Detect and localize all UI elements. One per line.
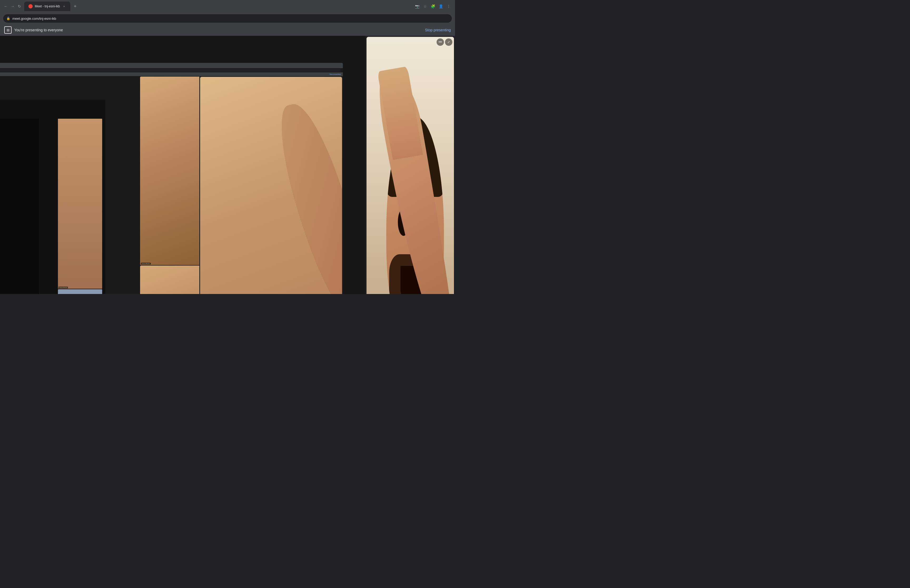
presenting-message: You're presenting to everyone [14, 28, 63, 32]
presenting-message-area: ▤ You're presenting to everyone [4, 26, 63, 34]
presenting-banner: ▤ You're presenting to everyone Stop pre… [0, 24, 455, 36]
new-tab-button[interactable]: + [71, 3, 79, 10]
deepest-preview [0, 119, 39, 294]
tab-close-button[interactable]: × [62, 4, 66, 8]
back-button[interactable]: ← [3, 4, 8, 9]
right-participants-panel: François Beaufort ••• ⤢ ••• □ ⤢ You [365, 36, 455, 294]
deeper-preview: François Beaufort [0, 100, 105, 294]
micro-tile-2 [58, 289, 102, 294]
browser-toolbar-icons: 📷 ☆ 🧩 👤 ⋮ [414, 3, 452, 10]
profile-icon[interactable]: 👤 [438, 3, 444, 10]
person-body [367, 61, 454, 294]
main-meet-content: Meet - tnj-esni-ikb × meet.google.com/tn… [0, 36, 455, 294]
francois-more-btn[interactable]: ••• [436, 39, 444, 46]
stop-presenting-button[interactable]: Stop presenting [425, 28, 451, 32]
tab-bar: Meet - tnj-esni-ikb × + [24, 2, 412, 11]
tab-favicon [28, 4, 33, 8]
bookmark-icon[interactable]: ☆ [422, 3, 428, 10]
active-tab[interactable]: Meet - tnj-esni-ikb × [24, 2, 70, 11]
menu-icon[interactable]: ⋮ [446, 3, 452, 10]
deep-screen-area: François Beaufort François B [0, 76, 220, 294]
address-bar-row: 🔒 meet.google.com/tnj-esni-ikb [0, 13, 455, 24]
tab-title: Meet - tnj-esni-ikb [35, 5, 60, 8]
francois-main-tile: François Beaufort ••• ⤢ [367, 37, 454, 294]
inner-participants-panel: François Beaufort You [199, 76, 343, 294]
reload-button[interactable]: ↻ [17, 4, 22, 9]
screen-share-area: Meet - tnj-esni-ikb × meet.google.com/tn… [0, 36, 365, 294]
inner-meet-content: François Beaufort François B [0, 76, 343, 294]
francois-expand-btn[interactable]: ⤢ [445, 39, 453, 46]
url-text: meet.google.com/tnj-esni-ikb [12, 16, 56, 21]
present-icon: ▤ [4, 26, 11, 34]
inner-browser-bar: Meet - tnj-esni-ikb × [0, 63, 343, 68]
micro-name-1: François Beaufort [58, 287, 68, 289]
nested-name-1: François Beaufort [141, 263, 151, 265]
camera-icon[interactable]: 📷 [414, 3, 420, 10]
browser-chrome-tab-bar: ← → ↻ Meet - tnj-esni-ikb × + 📷 ☆ 🧩 👤 ⋮ [0, 0, 455, 13]
address-bar[interactable]: 🔒 meet.google.com/tnj-esni-ikb [3, 14, 452, 23]
micro-participants: François Beaufort [58, 119, 102, 294]
francois-tile-controls: ••• ⤢ [436, 39, 453, 46]
inner-stop-btn: Stop presenting [330, 73, 341, 75]
lock-icon: 🔒 [6, 16, 10, 20]
inner-address-bar: meet.google.com/tnj-esni-ikb [0, 69, 341, 72]
browser-nav-controls: ← → ↻ [3, 4, 22, 9]
forward-button[interactable]: → [10, 4, 15, 9]
inner-francois-tile: François Beaufort [200, 77, 342, 294]
screen-preview: Meet - tnj-esni-ikb × meet.google.com/tn… [0, 63, 343, 294]
extensions-icon[interactable]: 🧩 [430, 3, 436, 10]
inner-presenting-banner: ▤ You're presenting to everyone Stop pre… [0, 73, 343, 76]
micro-tile-1: François Beaufort [58, 119, 102, 289]
